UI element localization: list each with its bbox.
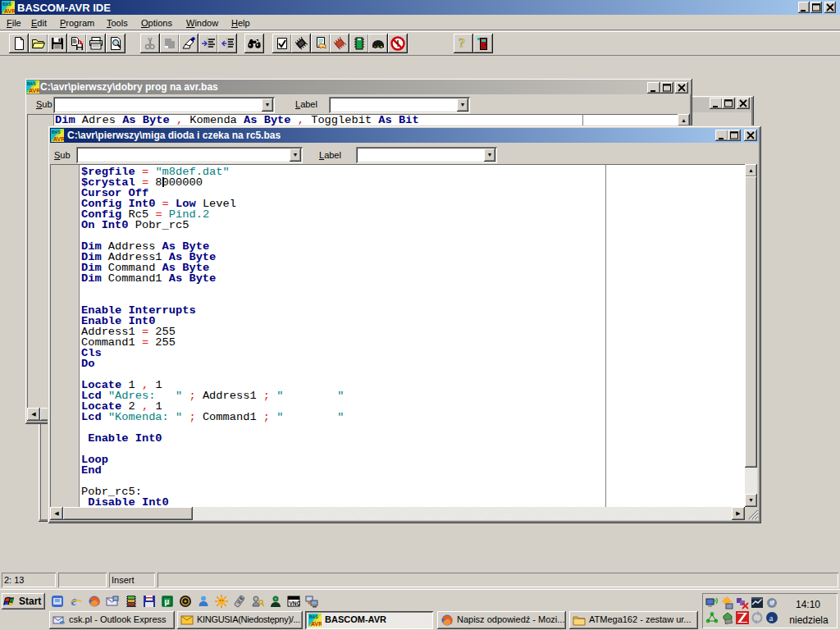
svg-text:AVR: AVR bbox=[311, 621, 322, 627]
svg-text:a: a bbox=[769, 613, 774, 623]
svg-text:AVR: AVR bbox=[53, 136, 64, 142]
svg-text:BAS: BAS bbox=[2, 2, 11, 7]
svg-text:AVR: AVR bbox=[29, 88, 39, 94]
svg-text:AVR: AVR bbox=[4, 8, 15, 14]
svg-text:BAS: BAS bbox=[52, 130, 61, 135]
svg-text:µ: µ bbox=[165, 597, 170, 606]
svg-text:VNC: VNC bbox=[290, 600, 301, 606]
svg-text:BAS: BAS bbox=[309, 614, 318, 619]
svg-text:?: ? bbox=[459, 36, 465, 50]
svg-text:BAS: BAS bbox=[27, 81, 36, 86]
